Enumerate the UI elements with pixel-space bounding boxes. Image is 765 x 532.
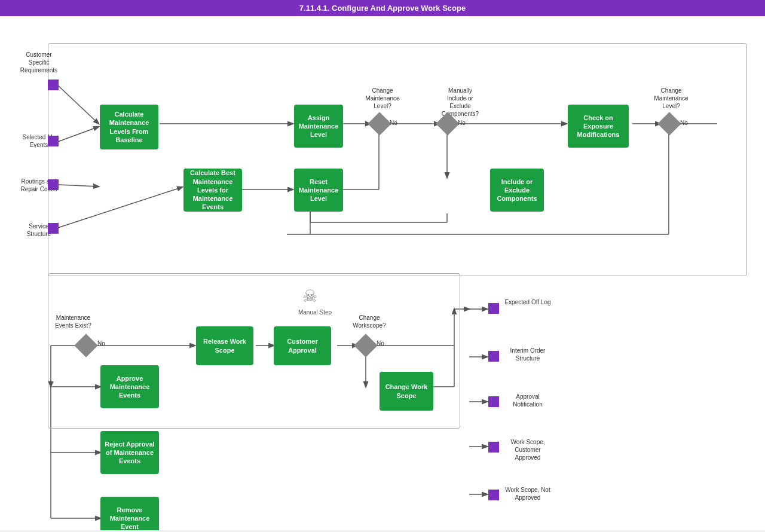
label-change-mx-level2: Change Maintenance Level? xyxy=(650,87,692,110)
box-release-work[interactable]: Release Work Scope xyxy=(196,326,253,365)
box-calc-maintenance[interactable]: Calculate Maintenance Levels From Baseli… xyxy=(100,105,158,149)
top-section-border xyxy=(48,43,747,276)
label-no-d1: No xyxy=(390,119,397,127)
box-reset-level[interactable]: Reset Maintenance Level xyxy=(294,169,343,212)
label-work-scope-not: Work Scope, Not Approved xyxy=(504,486,552,502)
title-bar: 7.11.4.1. Configure And Approve Work Sco… xyxy=(0,0,765,16)
box-change-work-scope[interactable]: Change Work Scope xyxy=(380,372,433,411)
page-title: 7.11.4.1. Configure And Approve Work Sco… xyxy=(299,4,466,13)
label-work-scope-approved: Work Scope, Customer Approved xyxy=(504,438,552,461)
output-interim-order xyxy=(488,351,499,362)
box-check-exposure[interactable]: Check on Exposure Modifications xyxy=(568,105,629,148)
label-no-d3: No xyxy=(680,119,688,127)
box-assign-level[interactable]: Assign Maintenance Level xyxy=(294,105,343,148)
label-no-cw: No xyxy=(377,340,384,347)
label-change-mx-level1: Change Maintenance Level? xyxy=(362,87,403,110)
output-expected-off-log xyxy=(488,303,499,314)
box-calc-best[interactable]: Calculate Best Maintenance Levels for Ma… xyxy=(183,169,242,212)
label-no-d2: No xyxy=(458,119,466,127)
output-work-scope-not xyxy=(488,490,499,500)
output-work-scope-approved xyxy=(488,442,499,452)
box-remove-event[interactable]: Remove Maintenance Event xyxy=(100,497,159,530)
input-routings xyxy=(48,179,59,190)
label-change-workscope: Change Workscope? xyxy=(351,314,387,329)
box-approve-events[interactable]: Approve Maintenance Events xyxy=(100,365,159,408)
label-no-bottom: No xyxy=(97,340,105,347)
input-customer-req xyxy=(48,80,59,90)
output-approval-notif xyxy=(488,396,499,407)
box-customer-approval[interactable]: Customer Approval xyxy=(274,326,331,365)
manual-step-label: Manual Step xyxy=(297,309,333,316)
label-maint-exist: Maintenance Events Exist? xyxy=(54,314,93,329)
label-expected-off-log: Expected Off Log xyxy=(504,298,552,306)
manual-step-icon: ☠ xyxy=(302,286,317,306)
label-approval-notif: Approval Notification xyxy=(504,393,552,408)
diagram-area: Customer Specific Requirements Selected … xyxy=(0,16,765,530)
label-customer-req: Customer Specific Requirements xyxy=(18,51,60,74)
input-selected-mx xyxy=(48,136,59,146)
box-reject-approval[interactable]: Reject Approval of Maintenance Events xyxy=(100,431,159,474)
label-interim-order: Interim Order Structure xyxy=(504,347,552,362)
input-service-struct xyxy=(48,223,59,234)
box-include-exclude[interactable]: Include or Exclude Components xyxy=(490,169,544,212)
